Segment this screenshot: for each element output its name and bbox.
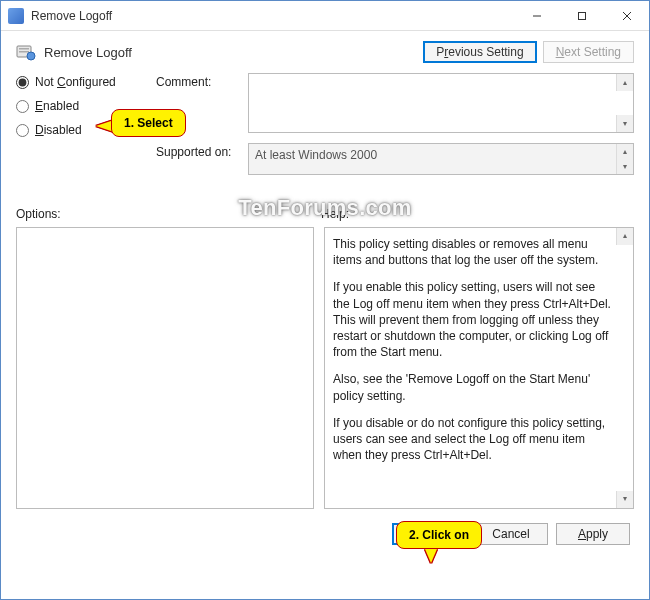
help-text: If you disable or do not configure this … — [333, 415, 611, 464]
help-text: This policy setting disables or removes … — [333, 236, 611, 268]
apply-button[interactable]: Apply — [556, 523, 630, 545]
scroll-up-icon[interactable]: ▴ — [616, 74, 633, 91]
policy-icon — [16, 43, 36, 61]
panels: This policy setting disables or removes … — [16, 227, 634, 509]
options-panel — [16, 227, 314, 509]
svg-rect-5 — [19, 48, 29, 50]
annotation-click-tail — [425, 549, 437, 563]
comment-row: Comment: ▴ ▾ — [156, 73, 634, 133]
next-setting-button[interactable]: Next Setting — [543, 41, 634, 63]
header-row: Remove Logoff Previous Setting Next Sett… — [16, 41, 634, 63]
cancel-button[interactable]: Cancel — [474, 523, 548, 545]
scroll-up-icon[interactable]: ▴ — [616, 144, 633, 159]
radio-enabled-input[interactable] — [16, 100, 29, 113]
radio-not-configured-input[interactable] — [16, 76, 29, 89]
footer-buttons: OK Cancel Apply — [16, 523, 634, 545]
radio-not-configured[interactable]: Not Configured — [16, 75, 156, 89]
help-panel: This policy setting disables or removes … — [324, 227, 634, 509]
annotation-select: 1. Select — [111, 109, 186, 137]
previous-setting-button[interactable]: Previous Setting — [423, 41, 536, 63]
svg-rect-1 — [578, 12, 585, 19]
close-button[interactable] — [604, 1, 649, 30]
nav-buttons: Previous Setting Next Setting — [423, 41, 634, 63]
supported-scrollbar[interactable]: ▴ ▾ — [616, 144, 633, 174]
scroll-down-icon[interactable]: ▾ — [616, 491, 633, 508]
scroll-down-icon[interactable]: ▾ — [616, 159, 633, 174]
titlebar: Remove Logoff — [1, 1, 649, 31]
supported-on-box: At least Windows 2000 ▴ ▾ — [248, 143, 634, 175]
svg-point-7 — [27, 52, 35, 60]
svg-rect-6 — [19, 51, 29, 53]
comment-textarea[interactable]: ▴ ▾ — [248, 73, 634, 133]
annotation-click: 2. Click on — [396, 521, 482, 549]
comment-scrollbar[interactable]: ▴ ▾ — [616, 74, 633, 132]
radio-disabled-input[interactable] — [16, 124, 29, 137]
maximize-button[interactable] — [559, 1, 604, 30]
options-label: Options: — [16, 207, 321, 221]
comment-label: Comment: — [156, 73, 248, 89]
help-text: Also, see the 'Remove Logoff on the Star… — [333, 371, 611, 403]
policy-editor-window: Remove Logoff Remove Logoff Previous Set… — [0, 0, 650, 600]
help-text: If you enable this policy setting, users… — [333, 279, 611, 360]
content-area: Remove Logoff Previous Setting Next Sett… — [1, 31, 649, 555]
window-controls — [514, 1, 649, 30]
scroll-up-icon[interactable]: ▴ — [616, 228, 633, 245]
right-column: Comment: ▴ ▾ Supported on: At least Wind… — [156, 73, 634, 185]
help-scrollbar[interactable]: ▴ ▾ — [616, 228, 633, 508]
window-title: Remove Logoff — [31, 9, 514, 23]
help-label: Help: — [321, 207, 349, 221]
section-labels: Options: Help: — [16, 207, 634, 221]
scroll-down-icon[interactable]: ▾ — [616, 115, 633, 132]
supported-on-value: At least Windows 2000 — [255, 148, 377, 162]
policy-title: Remove Logoff — [44, 45, 423, 60]
minimize-button[interactable] — [514, 1, 559, 30]
supported-label: Supported on: — [156, 143, 248, 159]
supported-row: Supported on: At least Windows 2000 ▴ ▾ — [156, 143, 634, 175]
app-icon — [8, 8, 24, 24]
